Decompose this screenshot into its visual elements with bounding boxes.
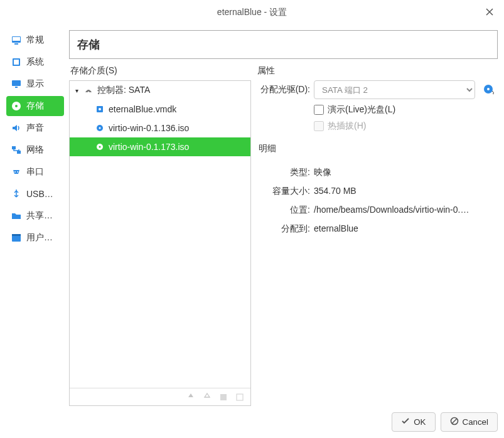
optical-drive-label: 分配光驱(D): <box>257 84 310 95</box>
sidebar-item-label: 用户… <box>26 232 53 243</box>
choose-disk-button[interactable] <box>481 82 496 97</box>
svg-rect-14 <box>12 234 21 236</box>
optical-drive-field: 分配光驱(D): SATA 端口 2 <box>257 80 496 99</box>
check-icon <box>401 417 410 427</box>
folder-icon <box>10 210 23 222</box>
hotplug-checkbox <box>314 121 324 131</box>
ok-button[interactable]: OK <box>392 412 435 432</box>
live-cd-label: 演示(Live)光盘(L) <box>328 104 395 115</box>
attributes-pane: 分配光驱(D): SATA 端口 2 演示(Live)光盘(L) <box>256 80 498 236</box>
svg-point-21 <box>99 146 101 148</box>
display-icon <box>10 78 23 90</box>
sidebar-item-shared[interactable]: 共享… <box>6 206 64 226</box>
cancel-button[interactable]: Cancel <box>441 412 498 432</box>
svg-rect-6 <box>15 87 18 88</box>
sidebar-item-label: 系统 <box>26 56 44 68</box>
sidebar-item-label: 存储 <box>26 100 44 112</box>
close-icon[interactable] <box>484 6 495 18</box>
cancel-icon <box>450 417 459 427</box>
sidebar-item-label: USB… <box>26 189 53 199</box>
sidebar: 常规 系统 显示 存储 声音 网络 串口 USB… <box>6 30 64 406</box>
detail-row-location: 位置: /home/beams/Downloads/virtio-win-0.… <box>257 203 496 217</box>
sidebar-item-label: 串口 <box>26 166 44 178</box>
sidebar-item-audio[interactable]: 声音 <box>6 118 64 138</box>
content-pane: 存储 存储介质(S) ▾ 控制器: SATA <box>69 30 498 406</box>
page-title: 存储 <box>77 37 490 52</box>
dialog-footer: OK Cancel <box>0 406 504 438</box>
svg-rect-23 <box>237 394 243 400</box>
sidebar-item-display[interactable]: 显示 <box>6 74 64 94</box>
svg-point-12 <box>17 171 18 173</box>
detail-row-attached: 分配到: eternalBlue <box>257 222 496 236</box>
plug-icon <box>10 166 23 178</box>
tree-device-disc-2[interactable]: virtio-win-0.1.173.iso <box>70 137 250 156</box>
tree-label: virtio-win-0.1.173.iso <box>109 142 189 152</box>
tree-label: eternalBlue.vmdk <box>109 104 176 114</box>
svg-rect-5 <box>12 80 21 86</box>
svg-rect-4 <box>14 60 19 65</box>
detail-label: 分配到: <box>257 223 310 235</box>
disc-icon <box>95 142 105 152</box>
hotplug-label: 热插拔(H) <box>328 120 366 132</box>
chevron-down-icon: ▾ <box>73 87 80 94</box>
tree-device-disc-1[interactable]: virtio-win-0.1.136.iso <box>70 119 250 137</box>
ok-label: OK <box>414 417 426 427</box>
cancel-label: Cancel <box>463 417 489 427</box>
tree-controller-sata[interactable]: ▾ 控制器: SATA <box>70 81 250 100</box>
sidebar-item-general[interactable]: 常规 <box>6 30 64 50</box>
svg-rect-22 <box>220 394 227 400</box>
sidebar-item-storage[interactable]: 存储 <box>6 96 64 116</box>
disk-icon <box>10 100 23 112</box>
main-area: 常规 系统 显示 存储 声音 网络 串口 USB… <box>0 25 504 406</box>
hdd-icon <box>95 104 105 114</box>
detail-label: 容量大小: <box>257 186 310 197</box>
storage-tree-toolbar <box>70 388 250 405</box>
sidebar-item-label: 共享… <box>26 210 53 222</box>
svg-rect-1 <box>13 37 20 41</box>
detail-value: /home/beams/Downloads/virtio-win-0.… <box>314 205 496 216</box>
storage-section-title: 存储介质(S) <box>69 63 251 80</box>
svg-point-25 <box>487 88 490 90</box>
svg-rect-2 <box>14 43 18 45</box>
sidebar-item-user[interactable]: 用户… <box>6 228 64 248</box>
sidebar-item-label: 声音 <box>26 122 44 134</box>
window-icon <box>10 232 23 244</box>
content-columns: 存储介质(S) ▾ 控制器: SATA eternalBlue.vmdk <box>69 63 498 406</box>
usb-icon <box>10 188 23 200</box>
controller-icon <box>83 85 94 95</box>
detail-value: eternalBlue <box>314 223 496 235</box>
sidebar-item-label: 常规 <box>26 35 44 46</box>
detail-value: 354.70 MB <box>314 186 496 197</box>
sidebar-item-label: 网络 <box>26 144 44 156</box>
chip-icon <box>10 56 23 68</box>
svg-point-8 <box>15 105 18 107</box>
sidebar-item-usb[interactable]: USB… <box>6 184 64 204</box>
live-cd-checkbox[interactable] <box>314 105 324 115</box>
svg-point-17 <box>99 108 101 110</box>
svg-rect-9 <box>12 146 16 149</box>
tree-label: virtio-win-0.1.136.iso <box>109 123 189 133</box>
titlebar: eternalBlue - 设置 <box>0 0 504 25</box>
storage-tree-body: ▾ 控制器: SATA eternalBlue.vmdk <box>70 81 250 388</box>
sidebar-item-network[interactable]: 网络 <box>6 140 64 160</box>
disc-icon <box>95 123 105 133</box>
add-attachment-icon[interactable] <box>201 392 213 403</box>
svg-point-19 <box>99 127 101 129</box>
sidebar-item-system[interactable]: 系统 <box>6 52 64 72</box>
add-controller-icon[interactable] <box>185 392 196 403</box>
optical-drive-select[interactable]: SATA 端口 2 <box>314 80 475 99</box>
remove-attachment-icon[interactable] <box>234 392 245 403</box>
detail-label: 类型: <box>257 167 310 178</box>
detail-label: 位置: <box>257 205 310 216</box>
live-cd-checkbox-row[interactable]: 演示(Live)光盘(L) <box>314 104 496 115</box>
network-icon <box>10 144 23 156</box>
tree-device-vmdk[interactable]: eternalBlue.vmdk <box>70 100 250 119</box>
svg-point-15 <box>88 92 90 93</box>
attributes-section-title: 属性 <box>256 63 498 80</box>
sidebar-item-serial[interactable]: 串口 <box>6 162 64 182</box>
remove-controller-icon[interactable] <box>218 392 229 403</box>
tree-label: 控制器: SATA <box>97 85 150 96</box>
storage-column: 存储介质(S) ▾ 控制器: SATA eternalBlue.vmdk <box>69 63 251 406</box>
detail-row-size: 容量大小: 354.70 MB <box>257 184 496 198</box>
hotplug-checkbox-row: 热插拔(H) <box>314 120 496 132</box>
